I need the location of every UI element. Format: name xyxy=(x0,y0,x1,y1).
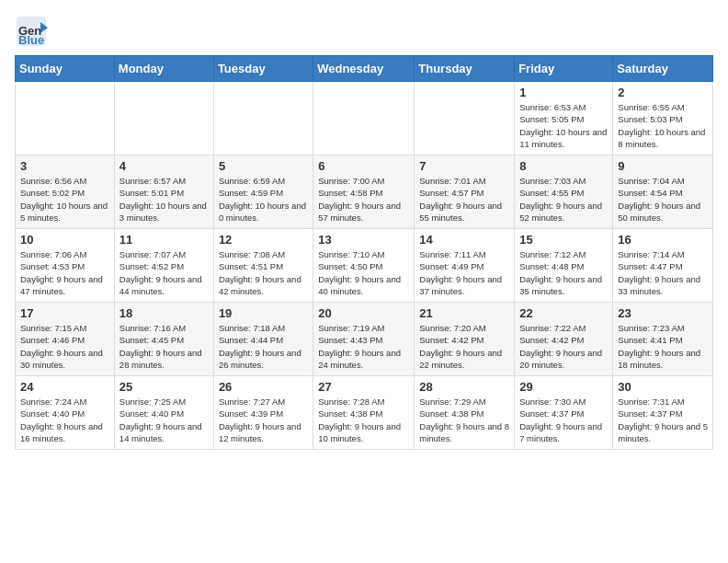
day-info: Sunrise: 6:53 AM Sunset: 5:05 PM Dayligh… xyxy=(519,101,608,150)
day-info: Sunrise: 7:29 AM Sunset: 4:38 PM Dayligh… xyxy=(419,396,509,444)
day-number: 16 xyxy=(618,233,708,247)
day-number: 27 xyxy=(318,380,409,394)
calendar-cell: 21Sunrise: 7:20 AM Sunset: 4:42 PM Dayli… xyxy=(415,303,515,376)
calendar-week-1: 1Sunrise: 6:53 AM Sunset: 5:05 PM Daylig… xyxy=(16,82,713,155)
calendar-cell: 12Sunrise: 7:08 AM Sunset: 4:51 PM Dayli… xyxy=(213,229,313,303)
day-number: 6 xyxy=(318,159,409,173)
day-info: Sunrise: 7:28 AM Sunset: 4:38 PM Dayligh… xyxy=(318,396,409,444)
calendar-cell: 10Sunrise: 7:06 AM Sunset: 4:53 PM Dayli… xyxy=(16,229,115,303)
calendar-week-4: 17Sunrise: 7:15 AM Sunset: 4:46 PM Dayli… xyxy=(16,303,713,376)
calendar-cell: 2Sunrise: 6:55 AM Sunset: 5:03 PM Daylig… xyxy=(613,82,713,155)
calendar-cell: 16Sunrise: 7:14 AM Sunset: 4:47 PM Dayli… xyxy=(613,229,713,303)
calendar-cell: 7Sunrise: 7:01 AM Sunset: 4:57 PM Daylig… xyxy=(415,155,515,229)
day-info: Sunrise: 7:06 AM Sunset: 4:53 PM Dayligh… xyxy=(20,248,109,297)
day-info: Sunrise: 7:16 AM Sunset: 4:45 PM Dayligh… xyxy=(119,322,209,371)
day-info: Sunrise: 7:15 AM Sunset: 4:46 PM Dayligh… xyxy=(20,322,109,371)
day-info: Sunrise: 7:18 AM Sunset: 4:44 PM Dayligh… xyxy=(219,322,308,371)
day-number: 15 xyxy=(519,233,608,247)
day-number: 17 xyxy=(20,306,109,320)
calendar-cell: 30Sunrise: 7:31 AM Sunset: 4:37 PM Dayli… xyxy=(613,376,713,450)
day-number: 20 xyxy=(318,306,409,320)
day-info: Sunrise: 7:04 AM Sunset: 4:54 PM Dayligh… xyxy=(618,175,708,224)
day-number: 25 xyxy=(119,380,209,394)
col-header-saturday: Saturday xyxy=(613,56,713,82)
calendar-cell: 6Sunrise: 7:00 AM Sunset: 4:58 PM Daylig… xyxy=(313,155,415,229)
col-header-tuesday: Tuesday xyxy=(213,56,313,82)
day-number: 26 xyxy=(219,380,308,394)
day-number: 14 xyxy=(419,233,509,247)
day-number: 10 xyxy=(20,233,109,247)
calendar-cell: 22Sunrise: 7:22 AM Sunset: 4:42 PM Dayli… xyxy=(515,303,613,376)
day-number: 9 xyxy=(618,159,708,173)
day-info: Sunrise: 6:57 AM Sunset: 5:01 PM Dayligh… xyxy=(119,175,209,224)
calendar-cell xyxy=(415,82,515,155)
day-number: 21 xyxy=(419,306,509,320)
calendar-cell: 28Sunrise: 7:29 AM Sunset: 4:38 PM Dayli… xyxy=(415,376,515,450)
day-info: Sunrise: 7:14 AM Sunset: 4:47 PM Dayligh… xyxy=(618,248,708,297)
calendar-cell: 15Sunrise: 7:12 AM Sunset: 4:48 PM Dayli… xyxy=(515,229,613,303)
calendar-cell: 11Sunrise: 7:07 AM Sunset: 4:52 PM Dayli… xyxy=(114,229,213,303)
col-header-friday: Friday xyxy=(515,56,613,82)
day-number: 29 xyxy=(519,380,608,394)
calendar-cell xyxy=(313,82,415,155)
day-info: Sunrise: 7:24 AM Sunset: 4:40 PM Dayligh… xyxy=(20,396,109,444)
day-info: Sunrise: 7:30 AM Sunset: 4:37 PM Dayligh… xyxy=(519,396,608,444)
day-info: Sunrise: 6:56 AM Sunset: 5:02 PM Dayligh… xyxy=(20,175,109,224)
day-number: 2 xyxy=(618,86,708,99)
day-info: Sunrise: 7:03 AM Sunset: 4:55 PM Dayligh… xyxy=(519,175,608,224)
day-info: Sunrise: 7:00 AM Sunset: 4:58 PM Dayligh… xyxy=(318,175,409,224)
logo: Gen Blue xyxy=(15,15,51,48)
day-number: 11 xyxy=(119,233,209,247)
calendar-cell: 19Sunrise: 7:18 AM Sunset: 4:44 PM Dayli… xyxy=(213,303,313,376)
day-info: Sunrise: 7:12 AM Sunset: 4:48 PM Dayligh… xyxy=(519,248,608,297)
day-number: 7 xyxy=(419,159,509,173)
day-info: Sunrise: 7:27 AM Sunset: 4:39 PM Dayligh… xyxy=(219,396,308,444)
day-number: 19 xyxy=(219,306,308,320)
calendar-cell: 13Sunrise: 7:10 AM Sunset: 4:50 PM Dayli… xyxy=(313,229,415,303)
day-info: Sunrise: 7:07 AM Sunset: 4:52 PM Dayligh… xyxy=(119,248,209,297)
day-number: 13 xyxy=(318,233,409,247)
calendar-cell: 1Sunrise: 6:53 AM Sunset: 5:05 PM Daylig… xyxy=(515,82,613,155)
col-header-monday: Monday xyxy=(114,56,213,82)
calendar-cell: 4Sunrise: 6:57 AM Sunset: 5:01 PM Daylig… xyxy=(114,155,213,229)
day-info: Sunrise: 7:22 AM Sunset: 4:42 PM Dayligh… xyxy=(519,322,608,371)
calendar-cell: 9Sunrise: 7:04 AM Sunset: 4:54 PM Daylig… xyxy=(613,155,713,229)
day-info: Sunrise: 7:25 AM Sunset: 4:40 PM Dayligh… xyxy=(119,396,209,444)
day-number: 30 xyxy=(618,380,708,394)
calendar-cell: 8Sunrise: 7:03 AM Sunset: 4:55 PM Daylig… xyxy=(515,155,613,229)
day-info: Sunrise: 6:59 AM Sunset: 4:59 PM Dayligh… xyxy=(219,175,308,224)
svg-text:Blue: Blue xyxy=(18,33,44,47)
day-info: Sunrise: 7:19 AM Sunset: 4:43 PM Dayligh… xyxy=(318,322,409,371)
calendar-cell: 29Sunrise: 7:30 AM Sunset: 4:37 PM Dayli… xyxy=(515,376,613,450)
calendar-week-2: 3Sunrise: 6:56 AM Sunset: 5:02 PM Daylig… xyxy=(16,155,713,229)
calendar-table: SundayMondayTuesdayWednesdayThursdayFrid… xyxy=(15,55,713,450)
day-info: Sunrise: 7:11 AM Sunset: 4:49 PM Dayligh… xyxy=(419,248,509,297)
calendar-cell: 17Sunrise: 7:15 AM Sunset: 4:46 PM Dayli… xyxy=(16,303,115,376)
calendar-cell: 27Sunrise: 7:28 AM Sunset: 4:38 PM Dayli… xyxy=(313,376,415,450)
day-number: 23 xyxy=(618,306,708,320)
col-header-sunday: Sunday xyxy=(16,56,115,82)
calendar-header: SundayMondayTuesdayWednesdayThursdayFrid… xyxy=(16,56,713,82)
col-header-thursday: Thursday xyxy=(415,56,515,82)
calendar-cell: 26Sunrise: 7:27 AM Sunset: 4:39 PM Dayli… xyxy=(213,376,313,450)
calendar-cell: 20Sunrise: 7:19 AM Sunset: 4:43 PM Dayli… xyxy=(313,303,415,376)
day-info: Sunrise: 7:20 AM Sunset: 4:42 PM Dayligh… xyxy=(419,322,509,371)
calendar-cell xyxy=(213,82,313,155)
calendar-cell: 3Sunrise: 6:56 AM Sunset: 5:02 PM Daylig… xyxy=(16,155,115,229)
col-header-wednesday: Wednesday xyxy=(313,56,415,82)
calendar-cell: 25Sunrise: 7:25 AM Sunset: 4:40 PM Dayli… xyxy=(114,376,213,450)
calendar-cell xyxy=(16,82,115,155)
day-info: Sunrise: 7:10 AM Sunset: 4:50 PM Dayligh… xyxy=(318,248,409,297)
calendar-cell: 18Sunrise: 7:16 AM Sunset: 4:45 PM Dayli… xyxy=(114,303,213,376)
day-info: Sunrise: 7:31 AM Sunset: 4:37 PM Dayligh… xyxy=(618,396,708,444)
calendar-cell: 23Sunrise: 7:23 AM Sunset: 4:41 PM Dayli… xyxy=(613,303,713,376)
calendar-week-3: 10Sunrise: 7:06 AM Sunset: 4:53 PM Dayli… xyxy=(16,229,713,303)
day-info: Sunrise: 7:08 AM Sunset: 4:51 PM Dayligh… xyxy=(219,248,308,297)
day-info: Sunrise: 6:55 AM Sunset: 5:03 PM Dayligh… xyxy=(618,101,708,150)
page-header: Gen Blue xyxy=(15,15,713,48)
logo-icon: Gen Blue xyxy=(15,15,48,48)
calendar-week-5: 24Sunrise: 7:24 AM Sunset: 4:40 PM Dayli… xyxy=(16,376,713,450)
day-info: Sunrise: 7:01 AM Sunset: 4:57 PM Dayligh… xyxy=(419,175,509,224)
day-number: 22 xyxy=(519,306,608,320)
day-number: 5 xyxy=(219,159,308,173)
